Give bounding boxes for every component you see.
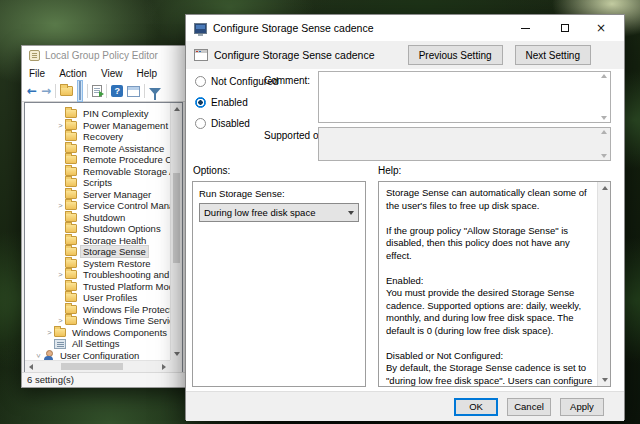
scroll-down-icon [601,154,607,158]
apply-button[interactable]: Apply [560,398,604,416]
tree-item[interactable]: User Profiles [25,292,182,304]
scroll-up-icon[interactable] [601,74,607,78]
tree-item[interactable]: > Power Management [25,120,182,132]
tree-item[interactable]: Server Manager [25,189,182,201]
help-icon[interactable]: ? [111,85,123,97]
radio-label: Disabled [211,118,250,129]
scroll-down-icon[interactable] [171,348,183,360]
tree-item[interactable]: PIN Complexity [25,108,182,120]
folder-icon [65,201,77,210]
scroll-up-icon[interactable] [598,182,611,194]
tree-item-label: System Restore [81,258,153,269]
policy-setting-icon [194,49,208,61]
forward-arrow-icon[interactable]: → [41,85,51,97]
radio-disabled[interactable]: Disabled [195,117,278,130]
scroll-down-icon[interactable] [601,116,607,120]
filter-icon[interactable] [149,88,161,95]
cancel-button[interactable]: Cancel [507,398,551,416]
maximize-button[interactable] [550,15,580,41]
folder-icon [65,121,77,130]
chevron-right-icon[interactable]: > [56,122,65,130]
tree-item-label: Server Manager [81,189,153,200]
tree-item[interactable]: > Service Control Mana [25,200,182,212]
folder-icon [65,259,77,268]
tree-item[interactable]: Removable Storage A [25,166,182,178]
cadence-dropdown[interactable]: During low free disk space [199,203,359,222]
folder-icon [65,316,77,325]
back-arrow-icon[interactable]: ← [27,85,37,97]
tree-horizontal-scrollbar[interactable] [25,360,170,372]
tree-item[interactable]: Remote Procedure Ca [25,154,182,166]
options-panel: Run Storage Sense: During low free disk … [192,181,366,387]
vertical-scroll-thumb[interactable] [173,173,180,263]
properties-window-icon[interactable] [127,86,140,97]
tree-item[interactable]: Shutdown [25,212,182,224]
comment-input[interactable] [318,71,611,123]
tree-item[interactable]: > Troubleshooting and D [25,269,182,281]
radio-icon[interactable] [195,97,206,108]
chevron-right-icon[interactable]: > [45,329,54,337]
tree-item-label: Removable Storage A [81,166,177,177]
tree-item[interactable]: Trusted Platform Mod [25,281,182,293]
toolbar-separator [144,84,145,98]
tree-item-label: Troubleshooting and D [81,269,181,280]
tree-item-label: Windows Time Servic [81,315,176,326]
options-label: Options: [193,165,230,176]
radio-enabled[interactable]: Enabled [195,96,278,109]
tree-item[interactable]: All Settings [25,338,182,350]
scroll-down-icon[interactable] [598,374,611,386]
dialog-app-icon [194,23,207,34]
export-list-icon[interactable] [92,85,102,97]
help-scrollbar[interactable] [597,182,610,386]
next-setting-button[interactable]: Next Setting [515,45,591,65]
chevron-right-icon[interactable]: > [56,202,65,210]
tree-item[interactable]: System Restore [25,258,182,270]
tree-item-label: Service Control Mana [81,200,176,211]
tree-item[interactable]: Remote Assistance [25,143,182,155]
previous-setting-button[interactable]: Previous Setting [408,45,503,65]
menu-file[interactable]: File [22,67,52,80]
cadence-dropdown-value: During low free disk space [204,207,348,218]
folder-icon [65,224,77,233]
storage-sense-dialog: Configure Storage Sense cadence × Config… [185,14,625,420]
tree-item[interactable]: Storage Health [25,235,182,247]
tree-item[interactable]: Scripts [25,177,182,189]
tree-item[interactable]: Storage Sense [25,246,182,258]
dialog-title: Configure Storage Sense cadence [213,22,374,34]
toolbar-separator [55,84,56,98]
radio-icon[interactable] [195,76,206,87]
tree-item-label: Remote Assistance [81,143,166,154]
folder-icon [65,155,77,164]
menu-help[interactable]: Help [129,67,164,80]
toolbar-separator [87,84,88,98]
tree-item[interactable]: Recovery [25,131,182,143]
folder-icon [65,132,77,141]
ok-button[interactable]: OK [454,398,498,416]
horizontal-scroll-thumb[interactable] [61,363,123,370]
chevron-right-icon[interactable]: > [56,271,65,279]
tree-item-label: Shutdown Options [81,223,163,234]
tree-item-label: Remote Procedure Ca [81,154,180,165]
tree-item[interactable]: > Windows Components [25,327,182,339]
scroll-up-icon[interactable] [171,103,183,115]
setting-name: Configure Storage Sense cadence [214,49,396,61]
menu-view[interactable]: View [94,67,130,80]
policy-tree: PIN Complexity > Power Management Recove… [25,103,182,372]
close-button[interactable]: × [586,15,616,41]
tree-item-label: User Profiles [81,292,139,303]
tree-item[interactable]: Shutdown Options [25,223,182,235]
show-console-tree-icon[interactable] [77,80,83,102]
tree-item-label: Windows Components [70,327,169,338]
tree-item[interactable]: > Windows Time Servic [25,315,182,327]
dialog-titlebar[interactable]: Configure Storage Sense cadence × [186,15,624,41]
tree-vertical-scrollbar[interactable] [170,103,182,360]
minimize-button[interactable] [510,15,540,41]
menu-action[interactable]: Action [52,67,94,80]
chevron-down-icon[interactable]: > [35,351,43,360]
tree-item[interactable]: Windows File Protecti [25,304,182,316]
radio-icon[interactable] [195,118,206,129]
window-icon [79,81,81,100]
folder-up-icon[interactable] [60,86,73,96]
chevron-right-icon[interactable]: > [56,317,65,325]
comment-scroll-arrows[interactable] [600,74,608,120]
